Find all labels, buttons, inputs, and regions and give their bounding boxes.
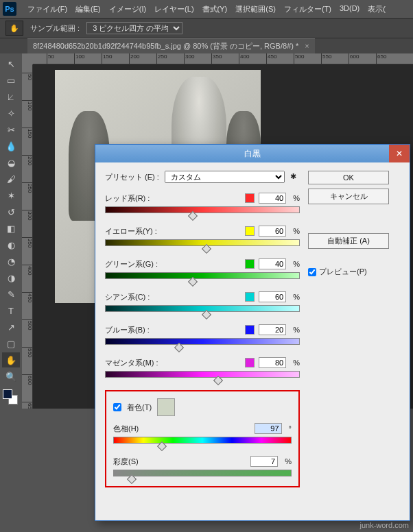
document-tab[interactable]: 8f248480d652b20b1d92f244744b95fb_s.jpg @… [27,38,315,53]
wand-tool-icon[interactable]: ✧ [2,106,20,121]
channel-green: グリーン系(G) :% [105,258,300,279]
brush-tool-icon[interactable]: 🖌 [2,171,20,186]
menu-item[interactable]: 3D(D) [335,3,364,16]
channel-yellow: イエロー系(Y) :% [105,226,300,246]
tint-checkbox[interactable] [113,403,121,411]
color-swatch[interactable] [3,389,18,404]
cyan-input[interactable] [259,291,286,302]
gradient-tool-icon[interactable]: ◐ [2,237,20,252]
close-button[interactable]: ✕ [389,145,410,162]
sample-select[interactable]: 3 ピクセル四方 の平均 [86,22,182,34]
tint-color-swatch[interactable] [157,398,175,416]
yellow-slider[interactable] [105,239,300,246]
preset-label: プリセット (E) : [105,172,159,182]
hand-tool-icon[interactable]: ✋ [2,352,20,367]
tint-label: 着色(T) [127,402,152,413]
vertical-ruler: 5010015020025030035040045050055060065070… [22,64,33,409]
black-white-dialog: 白黒 ✕ プリセット (E) : カスタム ✱ レッド系(R) :%イエロー系(… [95,144,410,521]
eraser-tool-icon[interactable]: ◧ [2,221,20,236]
history-brush-icon[interactable]: ↺ [2,204,20,219]
menu-item[interactable]: レイヤー(L) [150,3,198,16]
hue-label: 色相(H) [113,424,250,434]
cancel-button[interactable]: キャンセル [308,189,389,204]
cyan-slider[interactable] [105,305,300,312]
stamp-tool-icon[interactable]: ✶ [2,188,20,203]
color-swatch-icon [245,226,255,236]
sample-label: サンプル範囲 : [30,23,80,34]
sat-label: 彩度(S) [113,457,246,467]
red-slider[interactable] [105,206,300,213]
shape-tool-icon[interactable]: ▢ [2,336,20,351]
menu-bar: Ps ファイル(F)編集(E)イメージ(I)レイヤー(L)書式(Y)選択範囲(S… [0,0,413,18]
magenta-input[interactable] [259,357,286,368]
watermark: junk-word.com [359,521,409,529]
lasso-tool-icon[interactable]: ⟀ [2,89,20,104]
red-input[interactable] [259,193,286,204]
tool-palette: ↖ ▭ ⟀ ✧ ✂ 💧 ◒ 🖌 ✶ ↺ ◧ ◐ ◔ ◑ ✎ T ↗ ▢ ✋ 🔍 [0,53,22,409]
move-tool-icon[interactable]: ↖ [2,56,20,71]
channel-magenta: マゼンタ系(M) :% [105,357,300,378]
hue-slider[interactable] [113,437,292,444]
preview-checkbox[interactable] [308,268,316,276]
channel-blue: ブルー系(B) :% [105,324,300,345]
dodge-tool-icon[interactable]: ◑ [2,270,20,285]
crop-tool-icon[interactable]: ✂ [2,122,20,137]
color-swatch-icon [245,325,255,335]
yellow-input[interactable] [259,226,286,237]
healing-tool-icon[interactable]: ◒ [2,155,20,170]
menu-item[interactable]: 書式(Y) [198,3,232,16]
dialog-title: 白黒 [244,148,261,160]
preset-select[interactable]: カスタム [165,171,285,183]
green-input[interactable] [259,258,286,269]
options-bar: ✋ サンプル範囲 : 3 ピクセル四方 の平均 [0,18,413,38]
channel-red: レッド系(R) :% [105,193,300,213]
color-swatch-icon [245,259,255,269]
dialog-titlebar[interactable]: 白黒 ✕ [95,145,410,162]
sat-input[interactable] [250,456,278,467]
ok-button[interactable]: OK [308,171,389,184]
tool-preset-icon[interactable]: ✋ [5,21,23,36]
menu-item[interactable]: フィルター(T) [280,3,335,16]
menu-item[interactable]: 表示( [364,3,390,16]
menu-item[interactable]: イメージ(I) [105,3,150,16]
type-tool-icon[interactable]: T [2,303,20,318]
hue-input[interactable] [255,423,282,434]
green-slider[interactable] [105,272,300,279]
menu-item[interactable]: 編集(E) [71,3,105,16]
color-swatch-icon [245,193,255,203]
zoom-tool-icon[interactable]: 🔍 [2,369,20,384]
blur-tool-icon[interactable]: ◔ [2,254,20,269]
marquee-tool-icon[interactable]: ▭ [2,73,20,88]
path-tool-icon[interactable]: ↗ [2,319,20,335]
horizontal-ruler: 50100150200250300350400450500550600650 [33,53,413,64]
blue-input[interactable] [259,324,286,335]
preview-label: プレビュー(P) [319,267,367,277]
auto-button[interactable]: 自動補正 (A) [308,233,389,249]
tint-section: 着色(T) 色相(H) ° 彩度(S) % [105,390,300,487]
blue-slider[interactable] [105,338,300,345]
sat-slider[interactable] [113,470,292,476]
close-icon[interactable]: × [305,42,309,50]
eyedropper-tool-icon[interactable]: 💧 [2,138,20,154]
app-logo: Ps [3,2,16,16]
color-swatch-icon [245,358,255,367]
channel-cyan: シアン系(C) :% [105,291,300,312]
menu-item[interactable]: ファイル(F) [23,3,71,16]
color-swatch-icon [245,292,255,302]
pen-tool-icon[interactable]: ✎ [2,287,20,302]
gear-icon[interactable]: ✱ [290,172,300,182]
magenta-slider[interactable] [105,371,300,378]
document-tab-bar: 8f248480d652b20b1d92f244744b95fb_s.jpg @… [0,38,413,53]
menu-item[interactable]: 選択範囲(S) [231,3,280,16]
